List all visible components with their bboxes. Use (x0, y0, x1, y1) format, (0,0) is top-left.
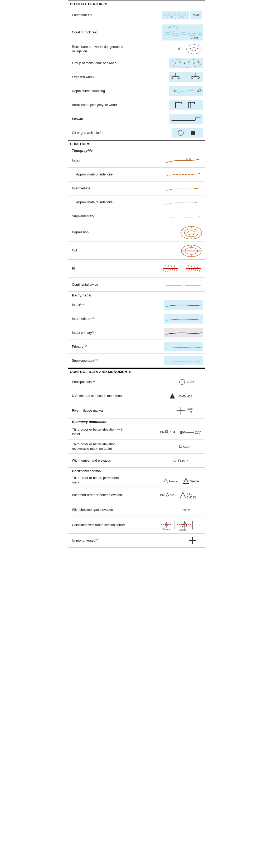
svg-rect-98 (164, 356, 203, 365)
cut-label: Cut (68, 248, 126, 253)
svg-line-69 (168, 269, 169, 272)
svg-text:BM: BM (180, 430, 186, 435)
principal-point-symbol: 3-20 (126, 376, 205, 388)
supplementary-symbol (126, 210, 205, 222)
svg-text:23: 23 (197, 89, 201, 92)
seawall-label: Seawall (68, 117, 126, 121)
us-mineral-symbol: USMM 438 (126, 390, 205, 402)
horiz-label: Horizontal control (68, 469, 126, 473)
principal-point-row: Principal point** 3-20 (68, 375, 205, 389)
oil-gas-label: Oil or gas well; platform (68, 131, 126, 135)
svg-rect-50 (191, 131, 195, 135)
svg-text:1012: 1012 (182, 508, 190, 512)
svg-rect-116 (180, 445, 182, 447)
group-rocks-symbol: ✳ ✳ ✳ ✳ ✳ ✳ (126, 57, 205, 69)
svg-rect-97 (164, 342, 203, 351)
svg-marker-128 (166, 493, 169, 497)
exposed-wreck-symbol (126, 71, 205, 83)
svg-line-82 (193, 269, 194, 272)
approx-index-row: Approximate or indefinite (68, 167, 205, 182)
svg-rect-44 (169, 114, 203, 124)
svg-text:Neace: Neace (169, 480, 178, 483)
bathymetric-label: Bathymetric (68, 293, 126, 298)
foreshore-flat-symbol: Mud (126, 8, 205, 22)
unmonumented-row: Unmonumented** (68, 534, 205, 548)
svg-line-74 (164, 266, 165, 269)
control-section: CONTROL DATA AND MONUMENTS Principal poi… (68, 368, 205, 548)
exposed-wreck-label: Exposed wreck (68, 75, 126, 80)
exposed-wreck-row: Exposed wreck (68, 70, 205, 84)
svg-point-12 (187, 44, 201, 54)
svg-point-17 (195, 50, 196, 51)
with-number-elev-label: With number and elevation (68, 459, 126, 463)
approx-index-symbol (126, 168, 205, 180)
fill-symbol (126, 261, 205, 276)
control-header: CONTROL DATA AND MONUMENTS (68, 368, 205, 375)
svg-text:✳: ✳ (179, 61, 181, 64)
svg-line-83 (195, 269, 196, 272)
fill-label: Fill (68, 267, 126, 271)
svg-text:4567: 4567 (182, 460, 188, 463)
boundary-label: Boundary monument (68, 420, 126, 424)
depth-curve-symbol: 18 23 (126, 85, 205, 97)
river-mileage-row: River mileage marker Mile 69 (68, 403, 205, 418)
svg-rect-48 (171, 128, 203, 137)
svg-line-77 (174, 266, 175, 269)
contours-header: CONTOURS (68, 141, 205, 147)
third-order-no-tablet-row: Third-order or better elevation, recover… (68, 440, 205, 454)
horiz-label-row: Horizontal control (68, 468, 205, 473)
coral-reef-row: Coral or rock reef Reef (68, 23, 205, 42)
svg-line-85 (199, 269, 200, 272)
depression-row: Depression (68, 223, 205, 242)
approx-intermediate-symbol (126, 196, 205, 208)
svg-point-14 (193, 47, 194, 48)
svg-line-81 (191, 269, 192, 272)
coral-reef-label: Coral or rock reef (68, 30, 126, 35)
oil-gas-row: Oil or gas well; platform (68, 126, 205, 140)
bath-supplementary-row: Supplementary*** (68, 354, 205, 368)
horiz-coincident-symbol: Cactus Cactus (126, 518, 205, 532)
seawall-symbol (126, 113, 205, 125)
with-number-elev-row: With number and elevation 67 4567 (68, 454, 205, 468)
horiz-checked-label: With checked spot elevation (68, 508, 126, 512)
third-order-tablet-symbol: BM 9134 BM 277 (126, 425, 205, 438)
bath-intermediate-symbol (126, 313, 205, 324)
bath-primary-row: Primary*** (68, 340, 205, 354)
bath-primary-label: Primary*** (68, 345, 126, 349)
svg-point-1 (167, 18, 168, 19)
svg-line-72 (174, 269, 175, 272)
bathymetric-label-row: Bathymetric (68, 292, 205, 298)
breakwater-symbol (126, 99, 205, 111)
svg-text:✳: ✳ (193, 62, 195, 65)
third-order-tablet-row: Third-order or better elevation, with ta… (68, 424, 205, 440)
svg-text:Mud: Mud (193, 13, 199, 17)
svg-text:277: 277 (195, 430, 201, 435)
horiz-third-elev-row: With third-order or better elevation BM … (68, 487, 205, 503)
svg-text:69: 69 (189, 411, 192, 414)
contours-section: CONTOURS Topographic Index 6000 Approxim… (68, 141, 205, 368)
svg-text:Cactus: Cactus (179, 528, 186, 531)
svg-text:Cactus: Cactus (162, 528, 170, 530)
topographic-label: Topographic (68, 148, 126, 153)
intermediate-row: Intermediate (68, 182, 205, 195)
depression-symbol (126, 224, 205, 240)
continental-divide-label: Continental divide (68, 282, 126, 287)
unmonumented-label: Unmonumented** (68, 538, 126, 543)
svg-line-80 (189, 269, 190, 272)
svg-text:9134: 9134 (169, 431, 175, 434)
index-symbol: 6000 (126, 155, 205, 166)
svg-line-68 (165, 269, 167, 272)
bath-index-primary-symbol (126, 327, 205, 339)
svg-line-67 (163, 269, 164, 271)
horiz-coincident-label: Coincident with found section corner (68, 523, 126, 527)
svg-text:5628: 5628 (183, 445, 190, 449)
svg-text:✳: ✳ (183, 62, 186, 65)
river-mileage-symbol: Mile 69 (126, 404, 205, 417)
svg-point-15 (197, 48, 198, 49)
boundary-label-row: Boundary monument (68, 418, 205, 424)
svg-text:18: 18 (174, 89, 178, 93)
rock-awash-row: Rock, bare or awash; dangerous to naviga… (68, 42, 205, 56)
horiz-third-elev-label: With third-order or better elevation (68, 493, 126, 497)
foreshore-flat-label: Foreshore flat (68, 13, 126, 18)
intermediate-symbol (126, 183, 205, 194)
